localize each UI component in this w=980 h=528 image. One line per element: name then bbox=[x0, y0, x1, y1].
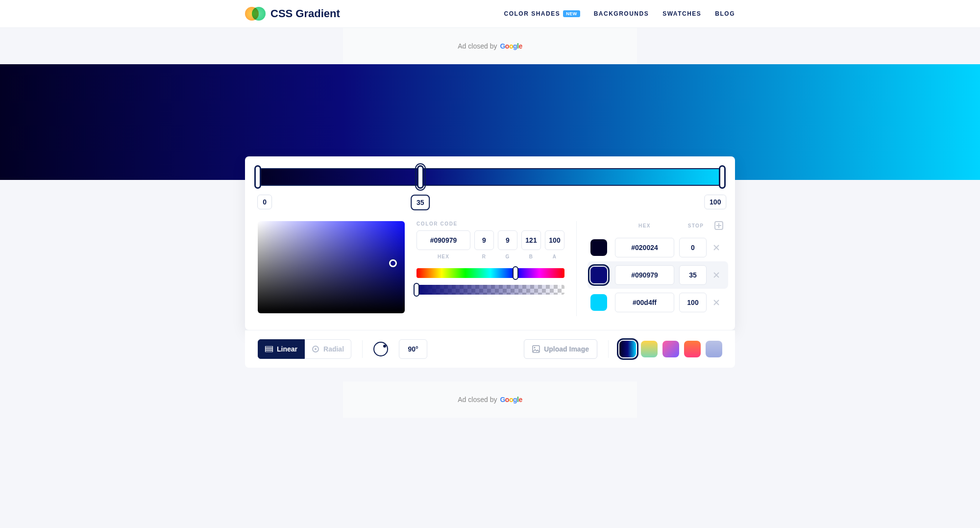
stop-hex-input-0[interactable]: #020024 bbox=[615, 238, 674, 257]
site-header: CSS Gradient COLOR SHADES NEW BACKGROUND… bbox=[0, 0, 980, 28]
hex-input[interactable]: #090979 bbox=[416, 230, 470, 250]
stop-pos-input-2[interactable]: 100 bbox=[704, 195, 726, 209]
close-icon bbox=[713, 299, 720, 306]
add-stop-button[interactable] bbox=[714, 221, 723, 230]
alpha-slider[interactable] bbox=[416, 285, 564, 295]
hex-sublabel: HEX bbox=[416, 254, 470, 259]
preset-2[interactable] bbox=[662, 341, 679, 357]
image-icon bbox=[532, 345, 540, 353]
stop-row-2[interactable]: #00d4ff 100 bbox=[588, 289, 728, 316]
close-icon bbox=[713, 272, 720, 278]
stops-head-hex: HEX bbox=[612, 223, 677, 228]
sv-cursor[interactable] bbox=[389, 259, 397, 267]
g-input[interactable]: 9 bbox=[498, 230, 517, 250]
editor-panel: 0 35 100 COLOR CODE #090979 9 9 121 100 bbox=[245, 156, 735, 330]
nav-swatches[interactable]: SWATCHES bbox=[662, 10, 701, 17]
google-logo-icon: Google bbox=[500, 396, 522, 403]
radial-label: Radial bbox=[323, 345, 344, 353]
stop-swatch-2[interactable] bbox=[590, 294, 607, 311]
stop-pos-input-1[interactable]: 35 bbox=[411, 195, 430, 210]
ad-bottom: Ad closed by Google bbox=[343, 381, 637, 418]
upload-image-button[interactable]: Upload Image bbox=[524, 339, 597, 359]
delete-stop-0[interactable] bbox=[711, 243, 721, 252]
gradient-bar-track bbox=[258, 168, 722, 186]
stop-handle-1[interactable] bbox=[417, 165, 424, 189]
preset-3[interactable] bbox=[684, 341, 701, 357]
delete-stop-1[interactable] bbox=[711, 270, 721, 280]
logo-icon bbox=[245, 7, 265, 21]
angle-knob[interactable] bbox=[373, 342, 388, 356]
close-icon bbox=[713, 244, 720, 251]
ad-text-bottom: Ad closed by bbox=[458, 396, 497, 403]
divider bbox=[362, 340, 363, 358]
plus-icon bbox=[716, 223, 721, 228]
stop-position-labels: 0 35 100 bbox=[258, 195, 722, 211]
nav-blog[interactable]: BLOG bbox=[715, 10, 735, 17]
stops-list: HEX STOP #020024 0 #090979 bbox=[576, 221, 728, 316]
svg-point-4 bbox=[315, 348, 317, 350]
hue-slider-handle[interactable] bbox=[513, 266, 518, 280]
r-input[interactable]: 9 bbox=[474, 230, 494, 250]
hue-slider[interactable] bbox=[416, 268, 564, 278]
stop-handle-2[interactable] bbox=[719, 165, 726, 189]
stop-hex-input-2[interactable]: #00d4ff bbox=[615, 293, 674, 312]
stop-pos-field-0[interactable]: 0 bbox=[679, 238, 707, 257]
delete-stop-2[interactable] bbox=[711, 298, 721, 307]
new-badge: NEW bbox=[563, 10, 580, 17]
radial-button[interactable]: Radial bbox=[305, 339, 351, 359]
preset-swatches bbox=[619, 341, 722, 357]
nav-color-shades[interactable]: COLOR SHADES NEW bbox=[504, 10, 580, 17]
r-sublabel: R bbox=[474, 254, 494, 259]
svg-rect-0 bbox=[265, 346, 273, 352]
b-input[interactable]: 121 bbox=[521, 230, 541, 250]
stop-pos-input-0[interactable]: 0 bbox=[257, 195, 272, 209]
g-sublabel: G bbox=[498, 254, 517, 259]
divider bbox=[608, 340, 609, 358]
ad-top: Ad closed by Google bbox=[343, 28, 637, 64]
stops-head-stop: STOP bbox=[682, 223, 710, 228]
preset-0[interactable] bbox=[619, 341, 636, 357]
linear-button[interactable]: Linear bbox=[258, 339, 305, 359]
svg-point-6 bbox=[534, 347, 536, 349]
color-code-label: COLOR CODE bbox=[416, 221, 564, 226]
preset-1[interactable] bbox=[641, 341, 658, 357]
a-input[interactable]: 100 bbox=[545, 230, 564, 250]
stop-row-0[interactable]: #020024 0 bbox=[588, 234, 728, 261]
stop-swatch-0[interactable] bbox=[590, 239, 607, 256]
linear-icon bbox=[265, 346, 273, 352]
alpha-slider-handle[interactable] bbox=[414, 283, 419, 297]
stop-row-1[interactable]: #090979 35 bbox=[588, 261, 728, 289]
b-sublabel: B bbox=[521, 254, 541, 259]
nav-color-shades-label: COLOR SHADES bbox=[504, 10, 561, 17]
gradient-type-toggle: Linear Radial bbox=[258, 339, 351, 359]
angle-input[interactable]: 90° bbox=[399, 339, 427, 359]
top-nav: COLOR SHADES NEW BACKGROUNDS SWATCHES BL… bbox=[504, 10, 735, 17]
stop-pos-field-1[interactable]: 35 bbox=[679, 265, 707, 285]
saturation-value-picker[interactable] bbox=[258, 221, 405, 313]
brand[interactable]: CSS Gradient bbox=[245, 7, 340, 21]
stop-swatch-1[interactable] bbox=[590, 267, 607, 283]
linear-label: Linear bbox=[277, 345, 297, 353]
bottom-controls: Linear Radial 90° Upload Image bbox=[245, 330, 735, 368]
a-sublabel: A bbox=[545, 254, 564, 259]
brand-name: CSS Gradient bbox=[270, 7, 340, 20]
nav-backgrounds[interactable]: BACKGROUNDS bbox=[594, 10, 649, 17]
radial-icon bbox=[312, 345, 319, 353]
stop-pos-field-2[interactable]: 100 bbox=[679, 293, 707, 312]
preset-4[interactable] bbox=[706, 341, 722, 357]
ad-text: Ad closed by bbox=[458, 42, 497, 50]
stop-hex-input-1[interactable]: #090979 bbox=[615, 265, 674, 285]
gradient-stop-bar[interactable] bbox=[258, 168, 722, 186]
stop-handle-0[interactable] bbox=[254, 165, 261, 189]
color-code-section: COLOR CODE #090979 9 9 121 100 HEX R G B… bbox=[416, 221, 564, 316]
google-logo-icon: Google bbox=[500, 42, 522, 50]
upload-image-label: Upload Image bbox=[544, 345, 589, 353]
